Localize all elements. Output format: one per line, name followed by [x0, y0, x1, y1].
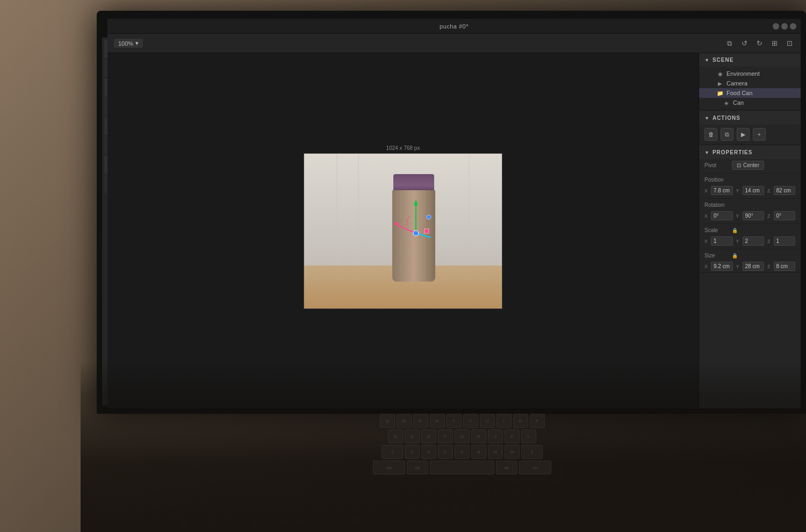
- pivot-label: Pivot: [704, 162, 729, 168]
- scale-z-input[interactable]: 1: [774, 236, 795, 246]
- size-values-row: X 9.2 cm Y 28 cm Z 8 cm: [699, 260, 801, 272]
- actions-buttons: 🗑 ⧉ ▶ +: [699, 125, 801, 144]
- redo-icon[interactable]: ↻: [754, 39, 764, 48]
- view-icon[interactable]: ⊡: [785, 39, 794, 48]
- keyboard-key: S: [405, 429, 420, 443]
- rotation-values-row: X 0° Y 90° Z 0°: [699, 210, 801, 222]
- pivot-row: Pivot ⊡ Center: [699, 159, 801, 171]
- duplicate-button[interactable]: ⧉: [721, 128, 733, 141]
- keyboard-key: ctrl: [373, 461, 405, 475]
- size-x-input[interactable]: 9.2 cm: [711, 262, 732, 271]
- close-button[interactable]: [790, 23, 796, 30]
- animate-button[interactable]: ▶: [737, 128, 750, 141]
- pos-x-axis-label: X: [704, 188, 708, 193]
- properties-section-header[interactable]: ▼ PROPERTIES: [699, 146, 801, 159]
- position-z-input[interactable]: 82 cm: [774, 186, 795, 195]
- viewport[interactable]: [304, 153, 502, 309]
- scene-section-title: SCENE: [713, 57, 733, 63]
- keyboard-key: A: [388, 429, 403, 443]
- scale-label: Scale: [704, 227, 729, 233]
- size-y-input[interactable]: 28 cm: [743, 262, 764, 271]
- keyboard-key: W: [397, 414, 412, 428]
- canvas-dimensions-label: 1024 x 768 px: [386, 145, 420, 151]
- keyboard-key: G: [455, 429, 470, 443]
- undo-icon[interactable]: ↺: [739, 39, 749, 48]
- grid-icon[interactable]: ⊞: [769, 39, 779, 48]
- maximize-button[interactable]: [781, 23, 788, 30]
- keyboard-key: ⇧: [521, 445, 543, 459]
- position-values-row: X 7.8 cm Y 14 cm Z 82 cm: [699, 184, 801, 197]
- properties-section-title: PROPERTIES: [713, 149, 752, 155]
- scene-section: ▼ SCENE ◉ Environment ▶ Camera 📁 Food Ca…: [699, 53, 801, 110]
- actions-section-header[interactable]: ▼ ACTIONS: [699, 111, 801, 125]
- position-x-input[interactable]: 7.8 cm: [711, 186, 732, 195]
- size-z-axis-label: Z: [767, 264, 771, 269]
- size-label-row: Size 🔒: [699, 251, 801, 260]
- keyboard-key: I: [496, 414, 512, 428]
- toolbar: 100% ▾ ⧉ ↺ ↻ ⊞ ⊡: [107, 34, 801, 53]
- scene-item-environment[interactable]: ◉ Environment: [699, 69, 801, 78]
- size-z-input[interactable]: 8 cm: [774, 262, 795, 271]
- rotation-z-input[interactable]: 0°: [774, 211, 795, 220]
- size-lock-icon: 🔒: [732, 253, 738, 258]
- svg-point-7: [427, 215, 431, 219]
- scene-section-header[interactable]: ▼ SCENE: [699, 53, 801, 67]
- scene-background: [304, 154, 502, 308]
- separator: [699, 224, 801, 224]
- pivot-icon: ⊡: [737, 162, 741, 168]
- position-y-input[interactable]: 14 cm: [743, 186, 764, 195]
- actions-chevron-icon: ▼: [704, 116, 710, 121]
- zoom-chevron-icon: ▾: [135, 40, 139, 47]
- window-title: pucha #0*: [440, 23, 469, 30]
- scale-label-row: Scale 🔒: [699, 226, 801, 235]
- environment-icon: ◉: [716, 71, 724, 77]
- add-button[interactable]: +: [753, 128, 766, 141]
- transform-gizmo: [389, 196, 443, 249]
- keyboard-key: Q: [380, 414, 395, 428]
- keyboard-key: R: [430, 414, 445, 428]
- rotation-label: Rotation: [704, 202, 729, 208]
- copy-icon[interactable]: ⧉: [724, 39, 734, 48]
- zoom-control[interactable]: 100% ▾: [114, 39, 143, 48]
- keyboard-key: alt: [407, 461, 428, 475]
- keyboard-key: T: [447, 414, 462, 428]
- scale-z-axis-label: Z: [767, 239, 771, 244]
- scene-tree: ◉ Environment ▶ Camera 📁 Food Can ◈ Can: [699, 67, 801, 110]
- scene-item-camera[interactable]: ▶ Camera: [699, 78, 801, 88]
- title-bar: pucha #0*: [107, 19, 801, 34]
- scale-values-row: X 1 Y 2 Z 1: [699, 235, 801, 247]
- svg-point-5: [413, 231, 419, 236]
- rotation-y-input[interactable]: 90°: [743, 211, 764, 220]
- keyboard-key: P: [530, 414, 545, 428]
- keyboard-key: M: [505, 445, 520, 459]
- minimize-button[interactable]: [773, 23, 779, 30]
- app-window: pucha #0* 100% ▾ ⧉ ↺ ↻ ⊞ ⊡ 1024 x 768 px: [107, 19, 801, 408]
- pos-y-axis-label: Y: [736, 188, 739, 193]
- object-icon: ◈: [723, 100, 730, 106]
- scale-y-input[interactable]: 2: [743, 236, 764, 246]
- scene-item-label: Camera: [726, 80, 747, 87]
- delete-button[interactable]: 🗑: [704, 128, 717, 141]
- keyboard-key: Z: [405, 445, 420, 459]
- scale-y-axis-label: Y: [736, 239, 739, 244]
- keyboard-key: E: [413, 414, 428, 428]
- keyboard-key: U: [480, 414, 495, 428]
- scale-x-axis-label: X: [704, 239, 708, 244]
- scene-item-food-can[interactable]: 📁 Food Can: [699, 88, 801, 98]
- position-label: Position: [704, 177, 729, 183]
- scale-x-input[interactable]: 1: [711, 236, 732, 246]
- separator: [699, 173, 801, 174]
- canvas-area[interactable]: 1024 x 768 px: [107, 53, 699, 408]
- pivot-button[interactable]: ⊡ Center: [732, 161, 764, 170]
- keyboard-key: O: [513, 414, 528, 428]
- scene-item-can[interactable]: ◈ Can: [699, 98, 801, 107]
- rot-z-axis-label: Z: [767, 213, 771, 219]
- rotation-x-input[interactable]: 0°: [711, 211, 732, 220]
- curtain-line-2: [358, 154, 359, 265]
- keyboard-key: H: [471, 429, 486, 443]
- keyboard-key: N: [488, 445, 503, 459]
- size-y-axis-label: Y: [736, 264, 739, 269]
- keyboard: Q W E R T Y U I O P A S D F G H J K L ⇧ …: [134, 414, 790, 521]
- rot-x-axis-label: X: [704, 213, 708, 219]
- pivot-value: Center: [743, 162, 759, 168]
